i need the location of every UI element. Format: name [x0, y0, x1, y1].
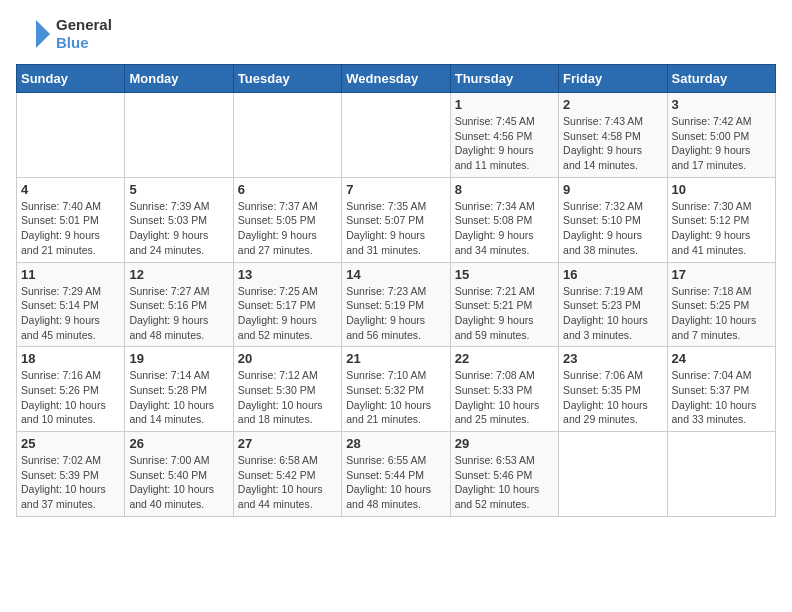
calendar-week-1: 1Sunrise: 7:45 AM Sunset: 4:56 PM Daylig… — [17, 93, 776, 178]
calendar-cell: 17Sunrise: 7:18 AM Sunset: 5:25 PM Dayli… — [667, 262, 775, 347]
day-info: Sunrise: 7:06 AM Sunset: 5:35 PM Dayligh… — [563, 368, 662, 427]
calendar-cell: 4Sunrise: 7:40 AM Sunset: 5:01 PM Daylig… — [17, 177, 125, 262]
day-info: Sunrise: 7:45 AM Sunset: 4:56 PM Dayligh… — [455, 114, 554, 173]
weekday-header-friday: Friday — [559, 65, 667, 93]
day-info: Sunrise: 7:23 AM Sunset: 5:19 PM Dayligh… — [346, 284, 445, 343]
day-info: Sunrise: 7:27 AM Sunset: 5:16 PM Dayligh… — [129, 284, 228, 343]
day-info: Sunrise: 7:35 AM Sunset: 5:07 PM Dayligh… — [346, 199, 445, 258]
day-info: Sunrise: 7:12 AM Sunset: 5:30 PM Dayligh… — [238, 368, 337, 427]
day-info: Sunrise: 7:14 AM Sunset: 5:28 PM Dayligh… — [129, 368, 228, 427]
calendar-cell: 2Sunrise: 7:43 AM Sunset: 4:58 PM Daylig… — [559, 93, 667, 178]
calendar-cell: 11Sunrise: 7:29 AM Sunset: 5:14 PM Dayli… — [17, 262, 125, 347]
day-number: 4 — [21, 182, 120, 197]
day-number: 3 — [672, 97, 771, 112]
calendar-cell: 18Sunrise: 7:16 AM Sunset: 5:26 PM Dayli… — [17, 347, 125, 432]
calendar-cell: 7Sunrise: 7:35 AM Sunset: 5:07 PM Daylig… — [342, 177, 450, 262]
calendar-table: SundayMondayTuesdayWednesdayThursdayFrid… — [16, 64, 776, 517]
calendar-cell: 8Sunrise: 7:34 AM Sunset: 5:08 PM Daylig… — [450, 177, 558, 262]
day-info: Sunrise: 7:25 AM Sunset: 5:17 PM Dayligh… — [238, 284, 337, 343]
day-info: Sunrise: 6:58 AM Sunset: 5:42 PM Dayligh… — [238, 453, 337, 512]
day-number: 12 — [129, 267, 228, 282]
calendar-cell: 21Sunrise: 7:10 AM Sunset: 5:32 PM Dayli… — [342, 347, 450, 432]
day-number: 6 — [238, 182, 337, 197]
calendar-cell: 3Sunrise: 7:42 AM Sunset: 5:00 PM Daylig… — [667, 93, 775, 178]
day-number: 27 — [238, 436, 337, 451]
svg-marker-0 — [36, 20, 50, 48]
day-number: 26 — [129, 436, 228, 451]
calendar-cell: 16Sunrise: 7:19 AM Sunset: 5:23 PM Dayli… — [559, 262, 667, 347]
calendar-cell: 28Sunrise: 6:55 AM Sunset: 5:44 PM Dayli… — [342, 432, 450, 517]
day-info: Sunrise: 7:37 AM Sunset: 5:05 PM Dayligh… — [238, 199, 337, 258]
day-info: Sunrise: 7:18 AM Sunset: 5:25 PM Dayligh… — [672, 284, 771, 343]
day-number: 24 — [672, 351, 771, 366]
day-number: 14 — [346, 267, 445, 282]
day-number: 15 — [455, 267, 554, 282]
logo-svg — [16, 16, 52, 52]
day-number: 2 — [563, 97, 662, 112]
calendar-cell: 15Sunrise: 7:21 AM Sunset: 5:21 PM Dayli… — [450, 262, 558, 347]
day-info: Sunrise: 7:04 AM Sunset: 5:37 PM Dayligh… — [672, 368, 771, 427]
day-number: 10 — [672, 182, 771, 197]
weekday-header-thursday: Thursday — [450, 65, 558, 93]
day-number: 16 — [563, 267, 662, 282]
day-number: 13 — [238, 267, 337, 282]
weekday-header-sunday: Sunday — [17, 65, 125, 93]
day-number: 25 — [21, 436, 120, 451]
day-number: 5 — [129, 182, 228, 197]
day-info: Sunrise: 7:32 AM Sunset: 5:10 PM Dayligh… — [563, 199, 662, 258]
day-number: 8 — [455, 182, 554, 197]
day-info: Sunrise: 7:00 AM Sunset: 5:40 PM Dayligh… — [129, 453, 228, 512]
calendar-cell — [667, 432, 775, 517]
calendar-cell — [559, 432, 667, 517]
calendar-week-5: 25Sunrise: 7:02 AM Sunset: 5:39 PM Dayli… — [17, 432, 776, 517]
calendar-cell: 5Sunrise: 7:39 AM Sunset: 5:03 PM Daylig… — [125, 177, 233, 262]
day-number: 9 — [563, 182, 662, 197]
day-number: 22 — [455, 351, 554, 366]
calendar-cell: 1Sunrise: 7:45 AM Sunset: 4:56 PM Daylig… — [450, 93, 558, 178]
weekday-header-monday: Monday — [125, 65, 233, 93]
logo-general: General — [56, 16, 112, 34]
weekday-row: SundayMondayTuesdayWednesdayThursdayFrid… — [17, 65, 776, 93]
calendar-cell — [17, 93, 125, 178]
day-info: Sunrise: 7:40 AM Sunset: 5:01 PM Dayligh… — [21, 199, 120, 258]
calendar-cell — [342, 93, 450, 178]
day-number: 28 — [346, 436, 445, 451]
calendar-cell: 9Sunrise: 7:32 AM Sunset: 5:10 PM Daylig… — [559, 177, 667, 262]
calendar-cell: 23Sunrise: 7:06 AM Sunset: 5:35 PM Dayli… — [559, 347, 667, 432]
day-info: Sunrise: 7:08 AM Sunset: 5:33 PM Dayligh… — [455, 368, 554, 427]
logo: GeneralBlue — [16, 16, 112, 52]
day-number: 21 — [346, 351, 445, 366]
day-info: Sunrise: 6:55 AM Sunset: 5:44 PM Dayligh… — [346, 453, 445, 512]
day-number: 7 — [346, 182, 445, 197]
calendar-cell: 27Sunrise: 6:58 AM Sunset: 5:42 PM Dayli… — [233, 432, 341, 517]
day-info: Sunrise: 7:42 AM Sunset: 5:00 PM Dayligh… — [672, 114, 771, 173]
day-info: Sunrise: 7:02 AM Sunset: 5:39 PM Dayligh… — [21, 453, 120, 512]
day-info: Sunrise: 7:39 AM Sunset: 5:03 PM Dayligh… — [129, 199, 228, 258]
day-info: Sunrise: 7:21 AM Sunset: 5:21 PM Dayligh… — [455, 284, 554, 343]
calendar-cell: 10Sunrise: 7:30 AM Sunset: 5:12 PM Dayli… — [667, 177, 775, 262]
day-info: Sunrise: 7:10 AM Sunset: 5:32 PM Dayligh… — [346, 368, 445, 427]
calendar-cell: 24Sunrise: 7:04 AM Sunset: 5:37 PM Dayli… — [667, 347, 775, 432]
day-number: 11 — [21, 267, 120, 282]
calendar-cell: 19Sunrise: 7:14 AM Sunset: 5:28 PM Dayli… — [125, 347, 233, 432]
day-info: Sunrise: 7:30 AM Sunset: 5:12 PM Dayligh… — [672, 199, 771, 258]
calendar-cell: 6Sunrise: 7:37 AM Sunset: 5:05 PM Daylig… — [233, 177, 341, 262]
day-number: 17 — [672, 267, 771, 282]
day-number: 19 — [129, 351, 228, 366]
calendar-body: 1Sunrise: 7:45 AM Sunset: 4:56 PM Daylig… — [17, 93, 776, 517]
calendar-week-2: 4Sunrise: 7:40 AM Sunset: 5:01 PM Daylig… — [17, 177, 776, 262]
logo-blue: Blue — [56, 34, 112, 52]
day-number: 1 — [455, 97, 554, 112]
calendar-cell: 29Sunrise: 6:53 AM Sunset: 5:46 PM Dayli… — [450, 432, 558, 517]
day-number: 29 — [455, 436, 554, 451]
day-info: Sunrise: 7:34 AM Sunset: 5:08 PM Dayligh… — [455, 199, 554, 258]
page-header: GeneralBlue — [16, 16, 776, 52]
calendar-week-3: 11Sunrise: 7:29 AM Sunset: 5:14 PM Dayli… — [17, 262, 776, 347]
calendar-cell: 22Sunrise: 7:08 AM Sunset: 5:33 PM Dayli… — [450, 347, 558, 432]
calendar-header: SundayMondayTuesdayWednesdayThursdayFrid… — [17, 65, 776, 93]
weekday-header-wednesday: Wednesday — [342, 65, 450, 93]
calendar-cell — [233, 93, 341, 178]
day-number: 18 — [21, 351, 120, 366]
day-info: Sunrise: 7:43 AM Sunset: 4:58 PM Dayligh… — [563, 114, 662, 173]
calendar-cell: 12Sunrise: 7:27 AM Sunset: 5:16 PM Dayli… — [125, 262, 233, 347]
